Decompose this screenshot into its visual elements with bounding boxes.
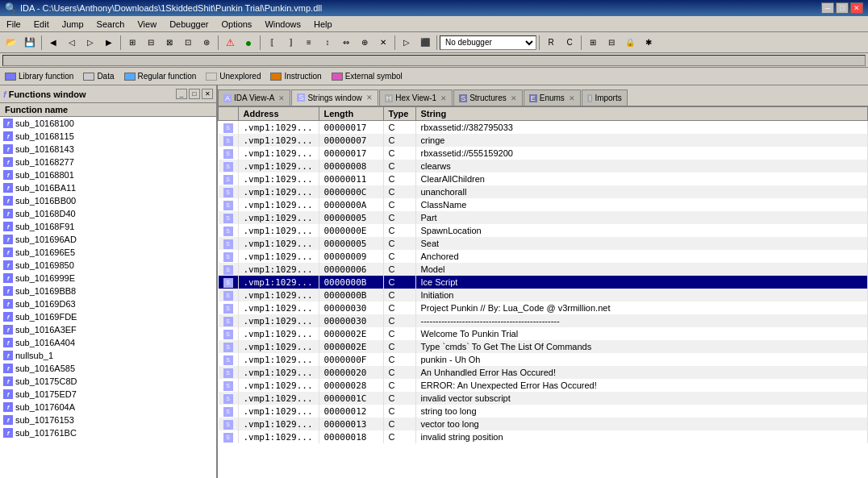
debugger-select[interactable]: No debugger Local Windows debugger Remot… <box>440 35 536 50</box>
menu-view[interactable]: View <box>131 18 163 31</box>
function-list-item[interactable]: fsub_1017604A <box>0 401 216 414</box>
menu-debugger[interactable]: Debugger <box>163 18 215 31</box>
function-list-item[interactable]: fsub_1016BB00 <box>0 194 216 207</box>
table-row[interactable]: S .vmp1:1029... 00000008 C clearws <box>219 160 868 172</box>
function-list-item[interactable]: fsub_1016A404 <box>0 336 216 349</box>
menu-edit[interactable]: Edit <box>27 18 56 31</box>
open-file-button[interactable]: 📂 <box>2 34 20 52</box>
function-list-item[interactable]: fsub_10169FDE <box>0 310 216 323</box>
function-list-item[interactable]: fsub_10175C8D <box>0 375 216 388</box>
tb-r2[interactable]: C <box>561 34 578 52</box>
tb-misc1[interactable]: ⟦ <box>263 34 281 52</box>
function-list-item[interactable]: fsub_1016A3EF <box>0 323 216 336</box>
table-row[interactable]: S .vmp1:1029... 0000002E C Type `cmds` T… <box>219 340 868 353</box>
menu-help[interactable]: Help <box>307 18 339 31</box>
table-row[interactable]: S .vmp1:1029... 00000028 C ERROR: An Une… <box>219 379 868 392</box>
function-list-item[interactable]: fsub_10168100 <box>0 117 216 130</box>
forward2-button[interactable]: ▶ <box>100 34 118 52</box>
function-list-item[interactable]: fsub_101696AD <box>0 233 216 246</box>
functions-close-btn[interactable]: ✕ <box>202 89 213 99</box>
tb-misc4[interactable]: ↕ <box>319 34 336 52</box>
function-list-item[interactable]: fsub_10169BB8 <box>0 285 216 297</box>
function-list-item[interactable]: fsub_1016BA11 <box>0 181 216 194</box>
maximize-button[interactable]: □ <box>836 2 849 14</box>
table-row[interactable]: S .vmp1:1029... 0000000C C unanchorall <box>219 185 868 198</box>
table-row[interactable]: S .vmp1:1029... 00000020 C An Unhandled … <box>219 366 868 379</box>
function-list-item[interactable]: fsub_10176153 <box>0 414 216 426</box>
table-row[interactable]: S .vmp1:1029... 00000011 C ClearAllChild… <box>219 172 868 185</box>
tab-structures[interactable]: S Structures ✕ <box>453 89 523 106</box>
step-into-btn[interactable]: ⬛ <box>416 34 434 52</box>
function-list-item[interactable]: fsub_1016A585 <box>0 362 216 375</box>
table-row[interactable]: S .vmp1:1029... 00000013 C vector too lo… <box>219 418 868 430</box>
minimize-button[interactable]: ─ <box>821 2 834 14</box>
function-list-item[interactable]: fsub_10168801 <box>0 168 216 181</box>
tb-btn-6[interactable]: ⊟ <box>142 34 160 52</box>
save-button[interactable]: 💾 <box>21 34 39 52</box>
tb-lock[interactable]: 🔒 <box>621 34 639 52</box>
table-row[interactable]: S .vmp1:1029... 00000006 C Model <box>219 263 868 276</box>
tab-hex-view[interactable]: H Hex View-1 ✕ <box>379 89 453 106</box>
run-btn[interactable]: ● <box>240 34 257 52</box>
functions-minimize-btn[interactable]: _ <box>176 89 187 99</box>
tb-btn-7[interactable]: ⊠ <box>161 34 178 52</box>
structures-close[interactable]: ✕ <box>511 94 517 102</box>
tb-r1[interactable]: R <box>542 34 560 52</box>
tab-ida-view[interactable]: A IDA View-A ✕ <box>218 89 290 106</box>
close-button[interactable]: ✕ <box>850 2 863 14</box>
table-row[interactable]: S .vmp1:1029... 0000001C C invalid vecto… <box>219 392 868 405</box>
table-row[interactable]: S .vmp1:1029... 0000000E C SpawnLocation <box>219 224 868 237</box>
table-row[interactable]: S .vmp1:1029... 0000000A C ClassName <box>219 198 868 211</box>
table-row[interactable]: S .vmp1:1029... 0000000B C Ice Script <box>219 276 868 289</box>
table-row[interactable]: S .vmp1:1029... 00000005 C Seat <box>219 237 868 250</box>
forward-button[interactable]: ▷ <box>81 34 99 52</box>
function-list-item[interactable]: fsub_101761BC <box>0 426 216 439</box>
table-row[interactable]: S .vmp1:1029... 00000030 C -------------… <box>219 314 868 327</box>
tab-enums[interactable]: E Enums ✕ <box>524 89 581 106</box>
table-row[interactable]: S .vmp1:1029... 00000017 C rbxassetid://… <box>219 147 868 160</box>
tb-grid[interactable]: ⊞ <box>584 34 602 52</box>
tb-btn-5[interactable]: ⊞ <box>123 34 141 52</box>
table-row[interactable]: S .vmp1:1029... 00000007 C cringe <box>219 134 868 147</box>
function-list-item[interactable]: fsub_10175ED7 <box>0 388 216 401</box>
table-row[interactable]: S .vmp1:1029... 00000005 C Part <box>219 211 868 224</box>
function-list-item[interactable]: fsub_10168D40 <box>0 207 216 220</box>
ida-view-close[interactable]: ✕ <box>278 94 285 102</box>
enums-close[interactable]: ✕ <box>569 94 575 102</box>
function-list-item[interactable]: fsub_10168F91 <box>0 220 216 233</box>
back-button[interactable]: ◀ <box>44 34 62 52</box>
function-list-item[interactable]: fsub_10168115 <box>0 130 216 143</box>
tab-strings[interactable]: S Strings window ✕ <box>291 89 378 106</box>
function-list[interactable]: fsub_10168100fsub_10168115fsub_10168143f… <box>0 117 216 478</box>
table-row[interactable]: S .vmp1:1029... 0000000F C punkin - Uh O… <box>219 353 868 366</box>
function-list-item[interactable]: fsub_10169850 <box>0 259 216 272</box>
tb-extra[interactable]: ✱ <box>640 34 657 52</box>
functions-float-btn[interactable]: □ <box>189 89 200 99</box>
table-row[interactable]: S .vmp1:1029... 00000012 C string too lo… <box>219 405 868 418</box>
table-row[interactable]: S .vmp1:1029... 00000030 C Project Punki… <box>219 301 868 314</box>
strings-close[interactable]: ✕ <box>366 94 373 102</box>
tb-misc2[interactable]: ⟧ <box>282 34 299 52</box>
table-row[interactable]: S .vmp1:1029... 00000017 C rbxassetid://… <box>219 121 868 135</box>
menu-options[interactable]: Options <box>215 18 258 31</box>
menu-jump[interactable]: Jump <box>56 18 90 31</box>
tb-btn-9[interactable]: ⊛ <box>198 34 215 52</box>
menu-search[interactable]: Search <box>90 18 131 31</box>
tab-imports[interactable]: I Imports <box>582 89 628 106</box>
strings-table-container[interactable]: Address Length Type String S .vmp1:1029.… <box>218 106 868 478</box>
function-list-item[interactable]: fsub_101696E5 <box>0 246 216 259</box>
table-row[interactable]: S .vmp1:1029... 00000018 C invalid strin… <box>219 430 868 443</box>
function-list-item[interactable]: fsub_10169D63 <box>0 297 216 310</box>
hex-view-close[interactable]: ✕ <box>440 94 447 102</box>
step-over-btn[interactable]: ▷ <box>398 34 415 52</box>
back2-button[interactable]: ◁ <box>63 34 81 52</box>
menu-windows[interactable]: Windows <box>258 18 307 31</box>
table-row[interactable]: S .vmp1:1029... 00000009 C Anchored <box>219 250 868 263</box>
table-row[interactable]: S .vmp1:1029... 0000002E C Welcome To Pu… <box>219 327 868 340</box>
function-list-item[interactable]: fsub_10168277 <box>0 156 216 168</box>
function-list-item[interactable]: fsub_1016999E <box>0 272 216 285</box>
function-list-item[interactable]: fsub_10168143 <box>0 143 216 156</box>
tb-mono[interactable]: ⊟ <box>603 34 620 52</box>
menu-file[interactable]: File <box>0 18 27 31</box>
tb-misc6[interactable]: ⊕ <box>356 34 373 52</box>
